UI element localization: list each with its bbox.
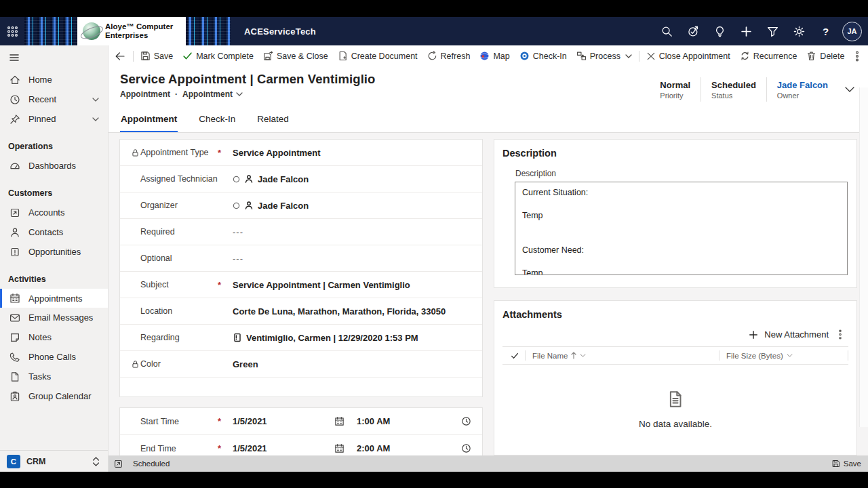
time-picker-icon[interactable] [461, 416, 471, 426]
form-status-bar: Scheduled Save [108, 455, 868, 472]
sidebar-item-appointments[interactable]: Appointments [0, 289, 108, 308]
save-icon [140, 51, 151, 61]
field-assigned-technician[interactable]: Assigned Technician Jade Falcon [120, 166, 482, 192]
field-required-attendees[interactable]: Required --- [120, 219, 482, 245]
waffle-menu-icon[interactable] [0, 17, 24, 45]
refresh-button[interactable]: Refresh [422, 45, 475, 66]
person-icon [244, 201, 254, 210]
statusbar-save-button[interactable]: Save [832, 460, 861, 468]
save-icon [832, 460, 840, 468]
back-button[interactable] [110, 45, 131, 66]
process-button[interactable]: Process [572, 45, 637, 66]
field-color[interactable]: Color Green [120, 351, 482, 378]
sidebar-item-notes[interactable]: Notes [0, 327, 108, 347]
record-state-text: Scheduled [133, 460, 170, 468]
column-header-file-size[interactable]: File Size (Bytes) [719, 352, 848, 360]
required-marker: * [218, 416, 233, 426]
start-time-value[interactable]: 1:00 AM [357, 416, 443, 426]
pin-icon [9, 114, 20, 125]
start-date-value[interactable]: 1/5/2021 [233, 416, 334, 426]
field-appointment-type[interactable]: Appointment Type * Service Appointment [120, 140, 482, 166]
lookup-value[interactable]: Jade Falcon [258, 174, 309, 184]
mark-complete-button[interactable]: Mark Complete [178, 45, 258, 66]
add-icon[interactable] [733, 17, 760, 45]
task-doc-icon [9, 371, 20, 382]
field-optional-attendees[interactable]: Optional --- [120, 245, 482, 272]
help-icon[interactable]: ? [812, 17, 839, 45]
field-end-time[interactable]: End Time * 1/5/2021 2:00 AM [120, 435, 482, 455]
sidebar-item-tasks[interactable]: Tasks [0, 367, 108, 386]
tab-related[interactable]: Related [256, 107, 290, 132]
form-selector[interactable]: Appointment [182, 89, 233, 99]
sidebar-item-home[interactable]: Home [0, 70, 108, 89]
end-time-value[interactable]: 2:00 AM [357, 443, 443, 453]
sidebar-item-group-calendar[interactable]: Group Calendar [0, 386, 108, 406]
sidebar-item-email-messages[interactable]: Email Messages [0, 308, 108, 327]
recurrence-button[interactable]: Recurrence [735, 45, 802, 66]
sidebar-group-activities: Activities [0, 274, 108, 284]
vertical-scrollbar[interactable] [859, 104, 868, 427]
sidebar-item-recent[interactable]: Recent [0, 89, 108, 109]
column-header-file-name[interactable]: File Name [526, 352, 719, 360]
field-organizer[interactable]: Organizer Jade Falcon [120, 192, 482, 219]
chevron-down-icon [92, 117, 99, 121]
search-icon[interactable] [654, 17, 680, 45]
area-switcher[interactable]: C CRM [0, 450, 108, 472]
attachments-overflow-icon[interactable] [835, 329, 846, 340]
document-icon [667, 390, 684, 411]
tab-appointment[interactable]: Appointment [120, 107, 178, 132]
field-subject[interactable]: Subject * Service Appointment | Carmen V… [120, 272, 482, 298]
save-and-close-button[interactable]: Save & Close [258, 45, 333, 66]
sidebar-item-phone-calls[interactable]: Phone Calls [0, 347, 108, 367]
field-regarding[interactable]: Regarding Ventimiglio, Carmen | 12/29/20… [120, 325, 482, 351]
description-textarea[interactable]: Current Situation: Temp Customer Need: T… [515, 182, 848, 275]
check-in-button[interactable]: Check-In [515, 45, 572, 66]
save-button[interactable]: Save [136, 45, 178, 66]
new-attachment-button[interactable]: New Attachment [749, 329, 829, 340]
settings-gear-icon[interactable] [786, 17, 812, 45]
sidebar-item-opportunities[interactable]: Opportunities [0, 242, 108, 262]
contact-person-icon [9, 227, 20, 238]
attachments-card: Attachments New Attachment File Name [494, 300, 857, 455]
header-fields: Normal Priority Scheduled Status Jade Fa… [650, 72, 861, 107]
field-start-time[interactable]: Start Time * 1/5/2021 1:00 AM [120, 408, 482, 435]
delete-button[interactable]: Delete [802, 45, 849, 66]
sidebar-item-contacts[interactable]: Contacts [0, 222, 108, 242]
lookup-value[interactable]: Ventimiglio, Carmen | 12/29/2020 1:53 PM [246, 333, 418, 343]
top-navigation-bar: Aloye™ Computer Enterprises ACEServiceTe… [0, 17, 868, 45]
time-picker-icon[interactable] [461, 443, 471, 453]
header-field-status: Scheduled Status [701, 80, 766, 100]
contact-card-icon [233, 333, 242, 342]
divider [133, 51, 134, 62]
field-location[interactable]: Location Corte De Luna, Marathon, Marath… [120, 298, 482, 325]
check-in-icon [519, 51, 530, 61]
command-overflow-icon[interactable] [850, 45, 866, 66]
task-flow-icon[interactable] [680, 17, 707, 45]
sidebar-item-accounts[interactable]: Accounts [0, 203, 108, 222]
sidebar-collapse-icon[interactable] [0, 45, 108, 70]
tab-check-in[interactable]: Check-In [198, 107, 236, 132]
map-button[interactable]: Map [475, 45, 514, 66]
main-pane: Save Mark Complete Save & Close Create D… [108, 45, 868, 472]
lightbulb-icon[interactable] [707, 17, 733, 45]
lookup-value[interactable]: Jade Falcon [258, 201, 309, 211]
header-expand-icon[interactable] [838, 87, 861, 92]
owner-link[interactable]: Jade Falcon [777, 80, 828, 90]
sidebar-item-dashboards[interactable]: Dashboards [0, 156, 108, 176]
account-menu[interactable]: JA [839, 17, 865, 45]
clock-icon [9, 94, 20, 105]
select-all-checkmark-icon[interactable] [502, 352, 525, 360]
description-field-label: Description [515, 169, 856, 178]
filter-icon[interactable] [760, 17, 786, 45]
close-appointment-button[interactable]: Close Appointment [642, 45, 735, 66]
form-content: Appointment Type * Service Appointment A… [108, 133, 868, 455]
date-picker-icon[interactable] [334, 416, 344, 426]
note-icon [9, 332, 20, 343]
end-date-value[interactable]: 1/5/2021 [233, 443, 334, 453]
header-field-priority: Normal Priority [650, 80, 701, 100]
sidebar-item-pinned[interactable]: Pinned [0, 109, 108, 129]
date-picker-icon[interactable] [334, 443, 344, 453]
refresh-icon [427, 51, 437, 61]
create-document-button[interactable]: Create Document [333, 45, 422, 66]
sort-ascending-icon [571, 352, 576, 359]
